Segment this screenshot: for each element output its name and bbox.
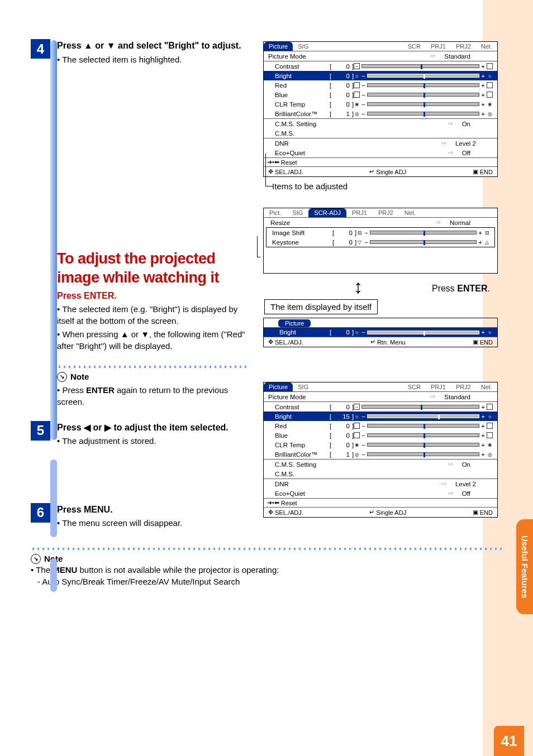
bottom-note-line1: • The MENU button is not available while… — [31, 564, 502, 576]
step5-bullet: • The adjustment is stored. — [57, 436, 249, 447]
arrow-right-icon: ⇨ — [430, 393, 437, 400]
row-bright[interactable]: Bright [0] ☼−+☼ — [264, 71, 497, 80]
row-contrast[interactable]: Contrast [0] −+ — [264, 402, 497, 412]
end-icon: ▣ — [473, 168, 478, 175]
end-icon: ▣ — [473, 338, 478, 346]
left-gutter-bar-2 — [50, 460, 57, 537]
row-red[interactable]: Red [0] −+ — [264, 80, 497, 90]
tab-prj1[interactable]: PRJ1 — [346, 208, 373, 217]
row-cms[interactable]: C.M.S. — [264, 469, 497, 479]
tab-sig[interactable]: SIG — [293, 382, 313, 391]
arrow-right-icon: ⇨ — [430, 52, 437, 60]
keystone-plus-icon: △ — [484, 239, 490, 245]
osd-picture-menu-3: Picture SIG SCR PRJ1 PRJ2 Net. Picture M… — [263, 382, 498, 518]
minus-icon: − — [354, 63, 360, 69]
keystone-minus-icon: ▽ — [356, 239, 363, 245]
arrow-updown-icon: ↕ — [347, 281, 369, 292]
row-eco[interactable]: Eco+Quiet ⇨ Off — [264, 489, 497, 498]
tab-picture[interactable]: Picture — [264, 42, 293, 51]
shift-minus-icon: ⊟ — [356, 229, 363, 236]
dpad-icon: ✥ — [268, 338, 273, 346]
row-red[interactable]: Red [0] −+ — [264, 421, 497, 430]
sun-minus-icon: ☼ — [354, 329, 360, 336]
row-dnr[interactable]: DNR ⇨ Level 2 — [264, 138, 497, 148]
row-resize[interactable]: Resize ⇨ Normal — [264, 218, 497, 227]
circle-minus-icon: ◎ — [354, 451, 360, 457]
enter-icon: ↵ — [370, 338, 375, 346]
row-clr-temp[interactable]: CLR Temp [0] ❀−+❀ — [264, 99, 497, 109]
row-bright[interactable]: Bright [15] ☼−+☼ — [264, 412, 497, 421]
row-blue[interactable]: Blue [0] −+ — [264, 90, 497, 99]
tab-scr[interactable]: SCR — [403, 42, 426, 51]
arrow-right-icon: ⇨ — [448, 149, 455, 156]
step4-bullet: • The selected item is highlighted. — [57, 54, 249, 65]
row-contrast[interactable]: Contrast [0] −+ — [264, 61, 497, 71]
sub-bullets: • The selected item (e.g. "Bright") is d… — [57, 303, 249, 352]
osd-footer: ✥SEL./ADJ. ↵Single ADJ ▣END — [264, 508, 497, 517]
temp-plus-icon: ❀ — [487, 101, 493, 107]
row-cms-setting[interactable]: C.M.S. Setting ⇨ On — [264, 119, 497, 128]
osd-footer: ✥SEL./ADJ. ↵Rtn. Menu ▣END — [264, 337, 497, 347]
row-cms-setting[interactable]: C.M.S. Setting ⇨ On — [264, 460, 497, 469]
row-cms[interactable]: C.M.S. — [264, 128, 497, 138]
arrow-right-icon: ⇨ — [448, 120, 455, 127]
row-reset[interactable]: ➜•⬅Reset — [264, 499, 497, 507]
row-image-shift[interactable]: Image Shift [0] ⊟−+⊟ — [266, 228, 494, 237]
step6-bullet: • The menu screen will disappear. — [57, 518, 249, 529]
row-eco[interactable]: Eco+Quiet ⇨ Off — [264, 148, 497, 157]
tab-prj1[interactable]: PRJ1 — [426, 42, 451, 51]
page-number: 41 — [494, 726, 524, 756]
dotted-rule-bottom — [31, 547, 502, 551]
osd-single-bright: Picture Bright [0] ☼−+☼ ✥SEL./ADJ. ↵Rtn.… — [263, 318, 498, 347]
plus-box-icon — [487, 63, 493, 69]
row-reset[interactable]: ➜•⬅Reset — [264, 158, 497, 166]
arrow-right-icon: ⇨ — [441, 480, 449, 487]
tab-prj2[interactable]: PRJ2 — [373, 208, 399, 217]
item-displayed-caption: The item displayed by itself — [264, 299, 378, 314]
dpad-icon: ✥ — [268, 509, 273, 516]
osd-footer: ✥SEL./ADJ. ↵Single ADJ ▣END — [264, 167, 497, 176]
reset-icon: ➜•⬅ — [267, 499, 279, 506]
svg-rect-2 — [50, 558, 57, 592]
sun-minus-icon: ☼ — [354, 413, 360, 419]
minus-icon — [354, 82, 360, 88]
plus-box-icon — [487, 82, 493, 88]
tab-prj2[interactable]: PRJ2 — [451, 382, 476, 391]
row-brilliant[interactable]: BrilliantColor™ [1] ◎−+◎ — [264, 449, 497, 459]
arrow-right-icon: ⇨ — [448, 490, 455, 497]
sun-minus-icon: ☼ — [354, 73, 360, 79]
row-brilliant[interactable]: BrilliantColor™ [1] ◎−+◎ — [264, 109, 497, 118]
enter-icon: ↵ — [369, 509, 374, 516]
row-picture-mode[interactable]: Picture Mode ⇨ Standard — [264, 392, 497, 401]
bottom-note: ↘ Note • The MENU button is not availabl… — [31, 554, 502, 587]
row-blue[interactable]: Blue [0] −+ — [264, 430, 497, 440]
arrow-right-icon: ⇨ — [448, 461, 455, 468]
left-gutter-bar-1 — [50, 40, 57, 440]
arrow-right-icon: ⇨ — [436, 219, 443, 226]
tab-scr-adj[interactable]: SCR-ADJ — [308, 208, 346, 217]
row-bright-single[interactable]: Bright [0] ☼−+☼ — [264, 328, 497, 337]
row-keystone[interactable]: Keystone [0] ▽−+△ — [266, 237, 494, 247]
bottom-note-line2: - Auto Sync/Break Timer/Freeze/AV Mute/I… — [31, 576, 502, 587]
tab-prj1[interactable]: PRJ1 — [426, 382, 451, 391]
plus-box-icon — [487, 404, 493, 410]
step-6: 6 Press MENU. • The menu screen will dis… — [31, 503, 249, 529]
tab-prj2[interactable]: PRJ2 — [451, 42, 476, 51]
tab-net[interactable]: Net. — [399, 208, 421, 217]
tab-net[interactable]: Net. — [476, 382, 497, 391]
temp-plus-icon: ❀ — [487, 442, 493, 448]
tab-pict[interactable]: Pict. — [264, 208, 287, 217]
tab-net[interactable]: Net. — [476, 42, 497, 51]
tab-picture[interactable]: Picture — [264, 382, 293, 391]
row-picture-mode[interactable]: Picture Mode ⇨ Standard — [264, 51, 497, 61]
sun-plus-icon: ☼ — [487, 329, 493, 336]
note-icon: ↘ — [57, 372, 67, 382]
row-clr-temp[interactable]: CLR Temp [0] ❀−+❀ — [264, 440, 497, 449]
step-5: 5 Press ◀ or ▶ to adjust the item select… — [31, 421, 249, 447]
plus-box-icon — [487, 92, 493, 98]
row-dnr[interactable]: DNR ⇨ Level 2 — [264, 479, 497, 489]
tab-scr[interactable]: SCR — [403, 382, 426, 391]
tab-sig[interactable]: SIG — [293, 42, 313, 51]
tab-sig[interactable]: SIG — [287, 208, 308, 217]
circle-plus-icon: ◎ — [487, 111, 493, 117]
